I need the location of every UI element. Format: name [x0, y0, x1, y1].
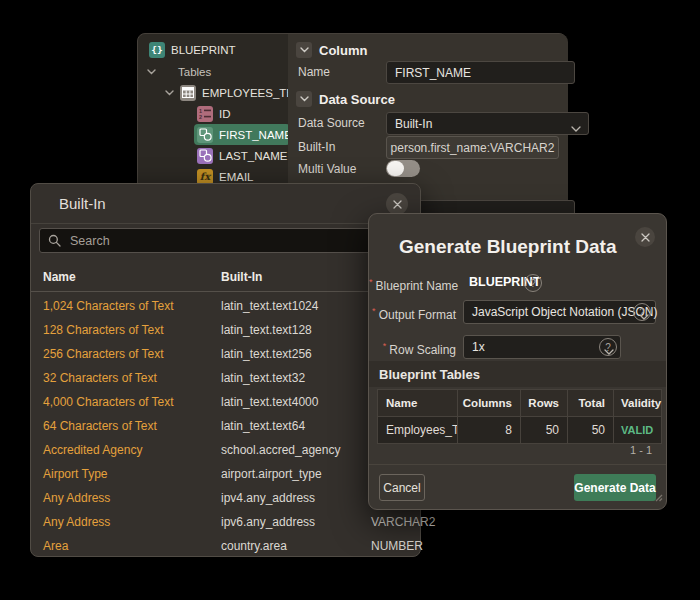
built-in-row[interactable]: 32 Characters of Text latin_text.text32 — [31, 366, 420, 390]
built-in-code: airport.airport_type — [221, 462, 322, 486]
tree-item-column-last-name[interactable]: LAST_NAME — [197, 145, 287, 166]
cell-validity: VALID — [613, 416, 661, 443]
collapse-chevron-icon[interactable] — [296, 91, 312, 107]
built-in-code: latin_text.text32 — [221, 366, 305, 390]
search-input[interactable] — [68, 233, 415, 249]
built-in-value-button[interactable]: person.first_name:VARCHAR2 — [386, 136, 559, 159]
tree-item-tables[interactable]: Tables — [147, 61, 211, 82]
built-in-code: latin_text.text1024 — [221, 294, 318, 318]
row-scaling-label: *Row Scaling — [369, 338, 456, 355]
built-in-name-link[interactable]: 32 Characters of Text — [43, 366, 157, 390]
data-source-section-header[interactable]: Data Source — [296, 90, 395, 108]
blueprint-tables-section: Blueprint Tables — [369, 361, 666, 387]
built-in-name-link[interactable]: 64 Characters of Text — [43, 414, 157, 438]
multi-value-toggle[interactable] — [386, 160, 420, 177]
built-in-code: ipv6.any_address — [221, 510, 315, 534]
help-icon[interactable]: ? — [524, 274, 542, 292]
built-in-type: NUMBER — [371, 534, 423, 558]
chevron-down-icon[interactable] — [147, 69, 156, 75]
tree-item-label: Tables — [178, 66, 211, 78]
data-source-field-label: Data Source — [298, 112, 365, 133]
section-title: Column — [319, 43, 367, 58]
col-header-total: Total — [567, 390, 613, 416]
built-in-row[interactable]: 4,000 Characters of Text latin_text.text… — [31, 390, 420, 414]
col-header-columns: Columns — [457, 390, 520, 416]
name-field-label: Name — [298, 61, 330, 82]
column-section-header[interactable]: Column — [296, 41, 367, 59]
string-icon — [197, 148, 213, 164]
built-in-row[interactable]: 128 Characters of Text latin_text.text12… — [31, 318, 420, 342]
braces-icon: {} — [149, 42, 165, 58]
dialog-footer: Cancel Generate Data — [369, 464, 666, 512]
built-in-code: latin_text.text4000 — [221, 390, 318, 414]
tree-item-label: EMAIL — [219, 171, 254, 183]
cell-table-name: Employees_Tbl — [378, 416, 457, 443]
search-icon — [48, 234, 61, 247]
col-header-validity: Validity — [613, 390, 661, 416]
help-icon[interactable]: ? — [599, 338, 617, 356]
built-in-row[interactable]: Area country.area NUMBER — [31, 534, 420, 558]
name-column-header: Name — [43, 263, 76, 291]
multi-value-field-label: Multi Value — [298, 158, 356, 179]
built-in-name-link[interactable]: Any Address — [43, 486, 110, 510]
built-in-name-link[interactable]: 1,024 Characters of Text — [43, 294, 174, 318]
blueprint-tables-table: Name Columns Rows Total Validity Employe… — [377, 389, 662, 444]
dialog-title: Generate Blueprint Data — [399, 236, 617, 258]
col-header-rows: Rows — [520, 390, 567, 416]
help-icon[interactable]: ? — [633, 303, 651, 321]
built-in-code: country.area — [221, 534, 287, 558]
tree-item-column-first-name[interactable]: FIRST_NAME — [194, 124, 290, 145]
blueprint-name-label: *Blueprint Name — [369, 274, 456, 291]
output-format-selected-value: JavaScript Object Notation (JSON) — [472, 305, 657, 319]
chevron-down-icon[interactable] — [165, 90, 174, 96]
built-in-name-link[interactable]: Accredited Agency — [43, 438, 142, 462]
tree-item-employees-tbl[interactable]: EMPLOYEES_TBL — [165, 82, 300, 103]
string-icon — [197, 127, 213, 143]
built-in-dialog-header: Built-In — [31, 184, 420, 224]
screen: {} BLUEPRINT Tables — [0, 0, 700, 600]
required-asterisk: * — [372, 303, 376, 320]
close-icon[interactable] — [386, 193, 408, 215]
table-row[interactable]: Employees_Tbl 8 50 50 VALID — [378, 416, 661, 443]
built-in-name-link[interactable]: Airport Type — [43, 462, 107, 486]
row-scaling-select[interactable]: 1x — [463, 335, 621, 359]
output-format-select[interactable]: JavaScript Object Notation (JSON) — [463, 300, 656, 324]
built-in-row[interactable]: Airport Type airport.airport_type — [31, 462, 420, 486]
table-header-row: Name Columns Rows Total Validity — [378, 390, 661, 416]
generate-blueprint-data-dialog: Generate Blueprint Data *Blueprint Name … — [368, 213, 667, 510]
built-in-type: VARCHAR2 — [371, 510, 435, 534]
tree-item-column-id[interactable]: 1 2 ID — [197, 103, 231, 124]
tree-item-label: EMPLOYEES_TBL — [202, 87, 300, 99]
resize-grip-icon[interactable] — [653, 488, 663, 506]
cell-columns: 8 — [457, 416, 520, 443]
tree-item-blueprint[interactable]: {} BLUEPRINT — [149, 39, 236, 60]
built-in-row[interactable]: Any Address ipv6.any_address VARCHAR2 — [31, 510, 420, 534]
built-in-row[interactable]: Any Address ipv4.any_address — [31, 486, 420, 510]
name-input[interactable]: FIRST_NAME — [386, 61, 575, 84]
data-source-select[interactable]: Built-In — [386, 112, 589, 135]
tree-item-label: ID — [219, 108, 231, 120]
required-asterisk: * — [383, 338, 387, 355]
built-in-name-link[interactable]: 4,000 Characters of Text — [43, 390, 174, 414]
built-in-row[interactable]: 1,024 Characters of Text latin_text.text… — [31, 294, 420, 318]
row-scaling-selected-value: 1x — [472, 340, 485, 354]
section-title: Data Source — [319, 92, 395, 107]
built-in-name-link[interactable]: 128 Characters of Text — [43, 318, 164, 342]
built-in-table-body: 1,024 Characters of Text latin_text.text… — [31, 294, 420, 558]
numbered-list-icon: 1 2 — [197, 106, 213, 122]
generate-data-button[interactable]: Generate Data — [574, 474, 656, 501]
cancel-button[interactable]: Cancel — [379, 474, 425, 501]
built-in-row[interactable]: Accredited Agency school.accred_agency — [31, 438, 420, 462]
built-in-name-link[interactable]: Any Address — [43, 510, 110, 534]
built-in-row[interactable]: 256 Characters of Text latin_text.text25… — [31, 342, 420, 366]
tree-item-label: LAST_NAME — [219, 150, 287, 162]
collapse-chevron-icon[interactable] — [296, 42, 312, 58]
built-in-name-link[interactable]: 256 Characters of Text — [43, 342, 164, 366]
built-in-name-link[interactable]: Area — [43, 534, 68, 558]
close-icon[interactable] — [635, 227, 655, 247]
chevron-down-icon — [571, 121, 581, 135]
search-box[interactable] — [39, 228, 416, 253]
built-in-code: school.accred_agency — [221, 438, 340, 462]
built-in-code: latin_text.text256 — [221, 342, 312, 366]
built-in-row[interactable]: 64 Characters of Text latin_text.text64 — [31, 414, 420, 438]
